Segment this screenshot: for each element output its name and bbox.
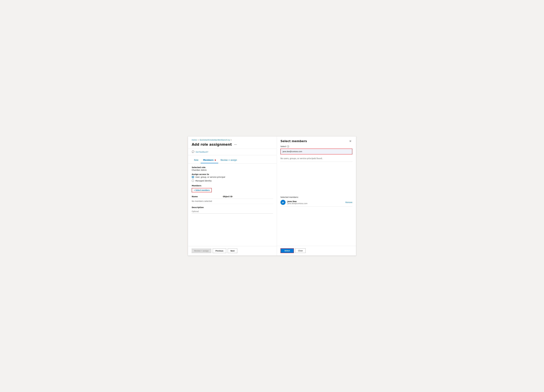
radio-circle-user [192, 176, 194, 178]
left-footer: Review + assign Previous Next [188, 246, 277, 256]
left-content: Selected role Chamber Admin Assign acces… [188, 164, 277, 246]
tab-members[interactable]: Members [201, 158, 218, 163]
feedback-icon [192, 150, 194, 153]
member-info: Jane Doe jane.doe@contoso.com [287, 200, 343, 205]
member-row: JD Jane Doe jane.doe@contoso.com Remove [280, 200, 352, 207]
radio-managed-identity[interactable]: Managed identity [192, 180, 273, 182]
review-assign-button: Review + assign [192, 249, 211, 253]
search-input-wrapper [280, 149, 352, 154]
tab-role[interactable]: Role [192, 158, 201, 163]
no-members-text: No members selected [192, 199, 273, 204]
selected-role-label: Selected role [192, 166, 273, 169]
info-icon: i [287, 145, 289, 147]
breadcrumb-rg[interactable]: QuickstartCreateHpcWorkbench-rg [200, 139, 230, 141]
description-label: Description [192, 206, 273, 208]
description-input[interactable] [192, 209, 273, 214]
tabs-row: Role Members Review + assign [188, 155, 277, 164]
tab-members-dot [215, 160, 216, 161]
member-name: Jane Doe [287, 200, 343, 203]
col-name: Name [192, 194, 223, 199]
select-label: Select [280, 145, 286, 147]
right-content: Select i No users, groups, or service pr… [277, 145, 356, 246]
tab-review-assign[interactable]: Review + assign [218, 158, 239, 163]
col-object-id: Object ID [223, 194, 273, 199]
feedback-text: Got feedback? [196, 151, 208, 153]
no-results-text: No users, groups, or service principals … [280, 156, 352, 162]
left-panel: Home > QuickstartCreateHpcWorkbench-rg >… [188, 136, 277, 256]
member-email: jane.doe@contoso.com [287, 203, 343, 205]
selected-role-value: Chamber Admin [192, 169, 273, 171]
select-button[interactable]: Select [280, 248, 294, 253]
select-label-row: Select i [280, 145, 352, 147]
page-title: Add role assignment [192, 142, 232, 146]
right-panel: Select members ✕ Select i No users, grou… [277, 136, 356, 256]
feedback-bar[interactable]: Got feedback? [188, 149, 277, 155]
select-members-title: Select members [280, 140, 307, 143]
members-table: Name Object ID No members selected [192, 194, 273, 204]
right-header: Select members ✕ [277, 136, 356, 145]
breadcrumb-sep2: > [231, 139, 232, 141]
select-members-button[interactable]: + Select members [192, 188, 212, 192]
assign-access-label: Assign access to [192, 173, 273, 175]
close-panel-button[interactable]: ✕ [349, 140, 352, 143]
page-title-row: Add role assignment ··· [188, 142, 277, 149]
radio-circle-managed [192, 180, 194, 182]
more-options-button[interactable]: ··· [233, 143, 238, 146]
next-button[interactable]: Next [228, 249, 237, 253]
members-section-label: Members [192, 185, 273, 187]
breadcrumb: Home > QuickstartCreateHpcWorkbench-rg > [188, 136, 277, 142]
avatar: JD [280, 200, 285, 205]
right-footer: Select Close [277, 246, 356, 256]
table-row-empty: No members selected [192, 199, 273, 204]
close-button[interactable]: Close [295, 248, 306, 253]
selected-members-section: Selected members: JD Jane Doe jane.doe@c… [280, 196, 352, 207]
breadcrumb-home[interactable]: Home [192, 139, 197, 141]
previous-button[interactable]: Previous [213, 249, 226, 253]
breadcrumb-sep1: > [198, 139, 199, 141]
radio-group: User, group, or service principal Manage… [192, 176, 273, 182]
radio-user-group[interactable]: User, group, or service principal [192, 176, 273, 178]
search-input[interactable] [281, 149, 352, 154]
selected-members-label: Selected members: [280, 196, 352, 198]
remove-member-button[interactable]: Remove [345, 201, 352, 203]
